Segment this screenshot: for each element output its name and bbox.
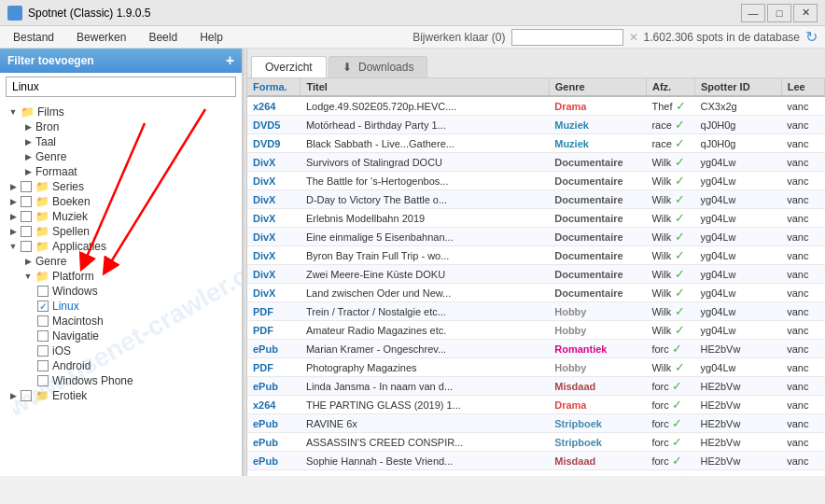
tree-item-windows[interactable]: Windows <box>0 284 242 299</box>
table-row[interactable]: DivX Zwei Meere-Eine Küste DOKU Document… <box>247 265 825 284</box>
menu-bewerken[interactable]: Bewerken <box>71 29 132 46</box>
table-row[interactable]: DivX Byron Bay Train Full Trip - wo... D… <box>247 246 825 265</box>
tree-item-macintosh[interactable]: Macintosh <box>0 314 242 329</box>
tree-item-genre2[interactable]: ▶Genre <box>0 254 242 269</box>
expand-icon[interactable]: ▶ <box>7 181 19 192</box>
cell-title: Trein / Tractor / Nostalgie etc... <box>301 302 549 321</box>
col-header-genre[interactable]: Genre <box>549 78 646 96</box>
tree-item-linux[interactable]: Linux <box>0 299 242 314</box>
tabs-bar: Overzicht ⬇ Downloads <box>247 49 825 78</box>
expand-icon[interactable]: ▶ <box>22 256 34 267</box>
tab-overzicht[interactable]: Overzicht <box>251 56 327 77</box>
table-row[interactable]: ePub ASSASSIN'S CREED CONSPIR... Stripbo… <box>247 433 825 452</box>
cell-lee: vanc <box>781 265 824 284</box>
tree-item-boeken[interactable]: ▶📁Boeken <box>0 194 242 209</box>
checkbox-ios[interactable] <box>37 345 49 357</box>
col-header-spotter[interactable]: Spotter ID <box>695 78 782 96</box>
cell-format: ePub <box>247 414 301 433</box>
table-row[interactable]: PDF Photography Magazines Hobby Wilk ✓ y… <box>247 358 825 377</box>
close-button[interactable]: ✕ <box>793 4 818 22</box>
checkbox-linux[interactable] <box>37 301 49 312</box>
checkbox-boeken[interactable] <box>21 196 32 207</box>
tree-item-bron[interactable]: ▶Bron <box>0 119 242 134</box>
tree-item-applicaties[interactable]: ▼📁Applicaties <box>0 239 242 254</box>
expand-icon[interactable]: ▼ <box>22 271 34 282</box>
tree-item-platform[interactable]: ▼📁Platform <box>0 269 242 284</box>
tree-item-erotiek[interactable]: ▶📁Erotiek <box>0 388 242 403</box>
expand-icon[interactable]: ▼ <box>7 241 19 252</box>
table-row[interactable]: DivX D-Day to Victory The Battle o... Do… <box>247 190 825 209</box>
downloads-label: Downloads <box>358 61 413 74</box>
checkbox-spellen[interactable] <box>21 226 32 237</box>
expand-icon[interactable]: ▶ <box>7 226 19 237</box>
menu-beeld[interactable]: Beeld <box>143 29 183 46</box>
table-row[interactable]: x264 Lodge.49.S02E05.720p.HEVC.... Drama… <box>247 96 825 116</box>
table-row[interactable]: PDF Trein / Tractor / Nostalgie etc... H… <box>247 302 825 321</box>
checkbox-muziek[interactable] <box>21 211 32 222</box>
cell-afz: Wilk ✓ <box>646 153 694 172</box>
table-row[interactable]: DivX The Battle for 's-Hertogenbos... Do… <box>247 172 825 190</box>
table-row[interactable]: x264 THE PARTING GLASS (2019) 1... Drama… <box>247 396 825 414</box>
expand-icon[interactable]: ▶ <box>7 211 19 222</box>
minimize-button[interactable]: — <box>741 4 765 22</box>
table-row[interactable]: ePub Sophie Hannah - Beste Vriend... Mis… <box>247 452 825 470</box>
expand-icon[interactable]: ▶ <box>22 151 34 162</box>
table-row[interactable]: ePub RAVINE 6x Stripboek forc ✓ HE2bVw v… <box>247 414 825 433</box>
table-row[interactable]: x264 YELLOWSTONE.KELLY.1959.10... Wester… <box>247 470 825 477</box>
tab-downloads[interactable]: ⬇ Downloads <box>329 56 428 77</box>
tree-item-formaat[interactable]: ▶Formaat <box>0 164 242 179</box>
cell-format: DivX <box>247 265 301 284</box>
table-row[interactable]: DivX Survivors of Stalingrad DOCU Docume… <box>247 153 825 172</box>
cell-genre: Drama <box>549 96 646 116</box>
checkbox-erotiek[interactable] <box>21 390 32 401</box>
overzicht-label: Overzicht <box>265 61 313 74</box>
tree-item-genre[interactable]: ▶Genre <box>0 149 242 164</box>
table-row[interactable]: DivX Land zwischen Oder und New... Docum… <box>247 284 825 302</box>
tree-item-android[interactable]: Android <box>0 358 242 373</box>
tree-item-spellen[interactable]: ▶📁Spellen <box>0 224 242 239</box>
expand-icon[interactable]: ▶ <box>22 136 34 147</box>
table-row[interactable]: DVD9 Black Sabbath - Live...Gathere... M… <box>247 134 825 153</box>
col-header-lee[interactable]: Lee <box>781 78 824 96</box>
checkbox-android[interactable] <box>37 360 49 371</box>
tree-item-films[interactable]: ▼📁Films <box>0 105 242 119</box>
expand-icon[interactable]: ▼ <box>7 106 19 118</box>
expand-icon[interactable]: ▶ <box>22 166 34 177</box>
checkbox-windows[interactable] <box>37 286 49 297</box>
table-row[interactable]: DivX Erlebnis Modellbahn 2019 Documentai… <box>247 209 825 228</box>
col-header-format[interactable]: Forma. <box>247 78 301 96</box>
filter-add-button[interactable]: + <box>226 53 234 68</box>
tree-item-taal[interactable]: ▶Taal <box>0 134 242 149</box>
col-header-afz[interactable]: Afz. <box>646 78 694 96</box>
table-row[interactable]: DVD5 Motörhead - Birthday Party 1... Muz… <box>247 116 825 134</box>
cell-genre: Romantiek <box>549 340 646 358</box>
menu-bestand[interactable]: Bestand <box>7 29 60 46</box>
checkbox-series[interactable] <box>21 181 32 192</box>
table-row[interactable]: ePub Linda Jansma - In naam van d... Mis… <box>247 377 825 396</box>
search-clear-icon[interactable]: ✕ <box>629 31 638 44</box>
menu-help[interactable]: Help <box>194 29 229 46</box>
search-input[interactable] <box>511 29 623 46</box>
table-row[interactable]: PDF Amateur Radio Magazines etc. Hobby W… <box>247 321 825 340</box>
expand-icon[interactable]: ▶ <box>7 196 19 207</box>
cell-format: PDF <box>247 358 301 377</box>
maximize-button[interactable]: □ <box>767 4 791 22</box>
col-header-title[interactable]: Titel <box>301 78 549 96</box>
checkbox-applicaties[interactable] <box>21 241 32 252</box>
expand-icon[interactable]: ▶ <box>7 390 19 401</box>
checkbox-macintosh[interactable] <box>37 315 49 327</box>
tree-item-series[interactable]: ▶📁Series <box>0 179 242 194</box>
checkbox-windowsphone[interactable] <box>37 375 49 386</box>
cell-title: Motörhead - Birthday Party 1... <box>301 116 549 134</box>
checkbox-navigatie[interactable] <box>37 330 49 342</box>
cell-afz: forc ✓ <box>646 452 694 470</box>
refresh-icon[interactable]: ↻ <box>805 28 818 46</box>
table-row[interactable]: ePub Marian Kramer - Ongeschrev... Roman… <box>247 340 825 358</box>
tree-item-ios[interactable]: iOS <box>0 343 242 358</box>
filter-name-input[interactable] <box>6 77 236 97</box>
tree-item-navigatie[interactable]: Navigatie <box>0 329 242 343</box>
tree-item-muziek[interactable]: ▶📁Muziek <box>0 209 242 224</box>
expand-icon[interactable]: ▶ <box>22 121 34 133</box>
tree-item-windowsphone[interactable]: Windows Phone <box>0 373 242 388</box>
table-row[interactable]: DivX Eine einmalige 5 Eisenbahnan... Doc… <box>247 228 825 246</box>
